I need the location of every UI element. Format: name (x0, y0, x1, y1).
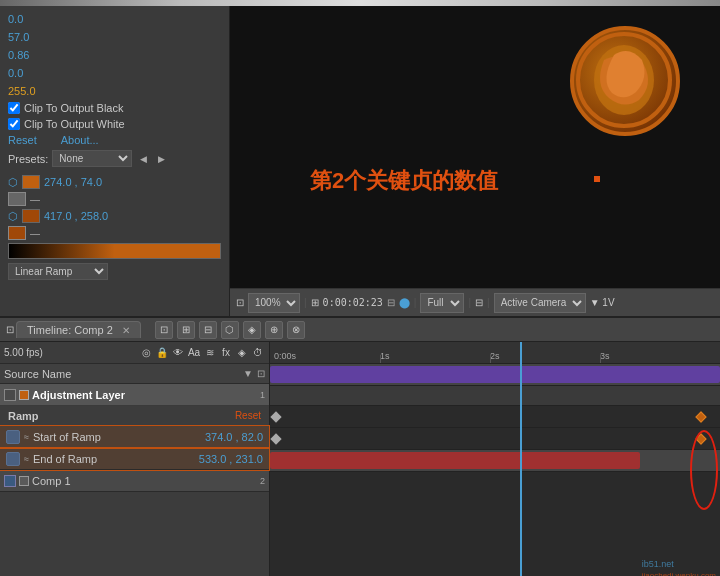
end-ramp-keyframe-row (270, 428, 720, 450)
end-vis-btn[interactable] (6, 452, 20, 466)
adj-layer-bar-fill (270, 366, 720, 383)
color-point-1-icon: ⬡ (8, 176, 18, 189)
clip-black-row[interactable]: Clip To Output Black (0, 100, 229, 116)
ruler-mark-1 (380, 355, 381, 363)
start-vis-btn[interactable] (6, 430, 20, 444)
tl-ctrl-btn-2[interactable]: ⊞ (177, 321, 195, 339)
tl-hide-icon[interactable]: 👁 (171, 346, 185, 360)
start-of-ramp-row[interactable]: ≈ Start of Ramp 374.0 , 82.0 (0, 426, 269, 448)
tl-fps-header-row: 5.00 fps) ◎ 🔒 👁 Aa ≋ fx ◈ ⏱ (0, 342, 269, 364)
zoom-select[interactable]: 100% 50% 200% (248, 293, 300, 313)
color-point-1-row: ⬡ 274.0 , 74.0 (0, 173, 229, 191)
left-arrow-icon[interactable]: ◀ (136, 152, 150, 166)
tl-lock-icon[interactable]: 🔒 (155, 346, 169, 360)
tl-ctrl-btn-4[interactable]: ⬡ (221, 321, 239, 339)
quality-select[interactable]: Full Half (420, 293, 464, 313)
tl-aa-icon[interactable]: Aa (187, 346, 201, 360)
color-bar-2 (8, 226, 26, 240)
tl-ctrl-btn-5[interactable]: ◈ (243, 321, 261, 339)
ramp-label: Ramp (8, 410, 39, 422)
layer-visibility-btn[interactable] (4, 389, 16, 401)
comp-1-label: Comp 1 (32, 475, 71, 487)
about-button[interactable]: About... (61, 134, 99, 146)
end-of-ramp-row[interactable]: ≈ End of Ramp 533.0 , 231.0 (0, 448, 269, 470)
clip-white-row[interactable]: Clip To Output White (0, 116, 229, 132)
view-options-icon[interactable]: ⊡ (236, 297, 244, 308)
adjustment-layer-name: Adjustment Layer (32, 389, 125, 401)
color-bar-1 (8, 192, 26, 206)
toolbar-separator-2: | (414, 297, 417, 308)
fps-label: 5.00 fps) (4, 347, 43, 358)
start-ramp-kf-left[interactable] (270, 411, 281, 422)
ruler-mark-3 (600, 355, 601, 363)
start-ramp-kf-right[interactable] (695, 411, 706, 422)
tl-right-content (270, 364, 720, 472)
start-wave-icon: ≈ (24, 432, 29, 442)
tl-ctrl-btn-7[interactable]: ⊗ (287, 321, 305, 339)
clip-black-checkbox[interactable] (8, 102, 20, 114)
reset-about-row: Reset About... (0, 132, 229, 148)
color-point-2-row: ⬡ 417.0 , 258.0 (0, 207, 229, 225)
timeline-tab[interactable]: Timeline: Comp 2 ✕ (16, 321, 141, 338)
adjustment-layer-row[interactable]: Adjustment Layer 1 (0, 384, 269, 406)
ruler-mark-2 (490, 355, 491, 363)
tl-ctrl-btn-1[interactable]: ⊡ (155, 321, 173, 339)
color-swatch-2[interactable] (22, 209, 40, 223)
dots-icon[interactable]: ⬤ (399, 297, 410, 308)
value-row-1: 0.0 (0, 10, 229, 28)
ramp-bar-spacer (270, 386, 720, 406)
grid-icon[interactable]: ⊟ (475, 297, 483, 308)
source-expand-icon[interactable]: ▼ (243, 368, 253, 379)
frame-icon[interactable]: ⊟ (387, 297, 395, 308)
source-options-icon[interactable]: ⊡ (257, 368, 265, 379)
gradient-preview-bar (8, 243, 221, 259)
presets-select[interactable]: None (52, 150, 132, 167)
value-row-2: 57.0 (0, 28, 229, 46)
camera-select[interactable]: Active Camera (494, 293, 586, 313)
color-point-1-value[interactable]: 274.0 , 74.0 (44, 176, 102, 188)
comp-1-row[interactable]: Comp 1 2 (0, 470, 269, 492)
end-ramp-kf-right[interactable] (695, 433, 706, 444)
linear-ramp-row: Linear Ramp Radial Ramp (0, 261, 229, 282)
end-of-ramp-value[interactable]: 533.0 , 231.0 (199, 453, 263, 465)
reset-button[interactable]: Reset (8, 134, 37, 146)
minus-icon-1[interactable]: — (30, 194, 40, 205)
clip-black-label: Clip To Output Black (24, 102, 123, 114)
comp1-bar-row (270, 450, 720, 472)
timeline-close-icon[interactable]: ✕ (122, 325, 130, 336)
color-point-2-value[interactable]: 417.0 , 258.0 (44, 210, 108, 222)
minus-icon-2[interactable]: — (30, 228, 40, 239)
tl-ctrl-btn-6[interactable]: ⊕ (265, 321, 283, 339)
adj-layer-bar-row (270, 364, 720, 386)
end-ramp-kf-left[interactable] (270, 433, 281, 444)
clip-white-checkbox[interactable] (8, 118, 20, 130)
tl-right-panel: 0:00s 1s 2s 3s (270, 342, 720, 576)
tl-ctrl-btn-3[interactable]: ⊟ (199, 321, 217, 339)
camera-icon[interactable]: ⊞ (311, 297, 319, 308)
ramp-reset-link[interactable]: Reset (235, 410, 261, 421)
timeline-controls: ⊡ ⊞ ⊟ ⬡ ◈ ⊕ ⊗ (155, 321, 305, 339)
toolbar-separator-4: | (487, 297, 490, 308)
playhead[interactable] (520, 342, 522, 576)
source-name-row: Source Name ▼ ⊡ (0, 364, 269, 384)
value-row-5: 255.0 (0, 82, 229, 100)
tl-blend-icon[interactable]: ◈ (235, 346, 249, 360)
layer-type-icon (19, 390, 29, 400)
tl-left-panel: 5.00 fps) ◎ 🔒 👁 Aa ≋ fx ◈ ⏱ Source Name … (0, 342, 270, 576)
preview-toolbar: ⊡ 100% 50% 200% | ⊞ 0:00:02:23 ⊟ ⬤ | Ful… (230, 288, 720, 316)
linear-ramp-select[interactable]: Linear Ramp Radial Ramp (8, 263, 108, 280)
start-of-ramp-value[interactable]: 374.0 , 82.0 (205, 431, 263, 443)
tl-time-icon[interactable]: ⏱ (251, 346, 265, 360)
time-ruler: 0:00s 1s 2s 3s (270, 342, 720, 364)
ramp-header-row: Ramp Reset (0, 406, 269, 426)
right-arrow-icon[interactable]: ▶ (154, 152, 168, 166)
preview-panel: 第2个关键贞的数值 ⊡ 100% 50% 200% | ⊞ 0:00:02:23… (230, 6, 720, 316)
layer-number-badge: 1 (260, 390, 265, 400)
tl-solo-icon[interactable]: ◎ (139, 346, 153, 360)
clip-white-label: Clip To Output White (24, 118, 125, 130)
color-swatch-1[interactable] (22, 175, 40, 189)
watermark: ib51.net jiaochedi.wenku.com (642, 558, 716, 576)
comp1-bar-fill (270, 452, 640, 469)
tl-fx-icon[interactable]: fx (219, 346, 233, 360)
tl-motion-icon[interactable]: ≋ (203, 346, 217, 360)
